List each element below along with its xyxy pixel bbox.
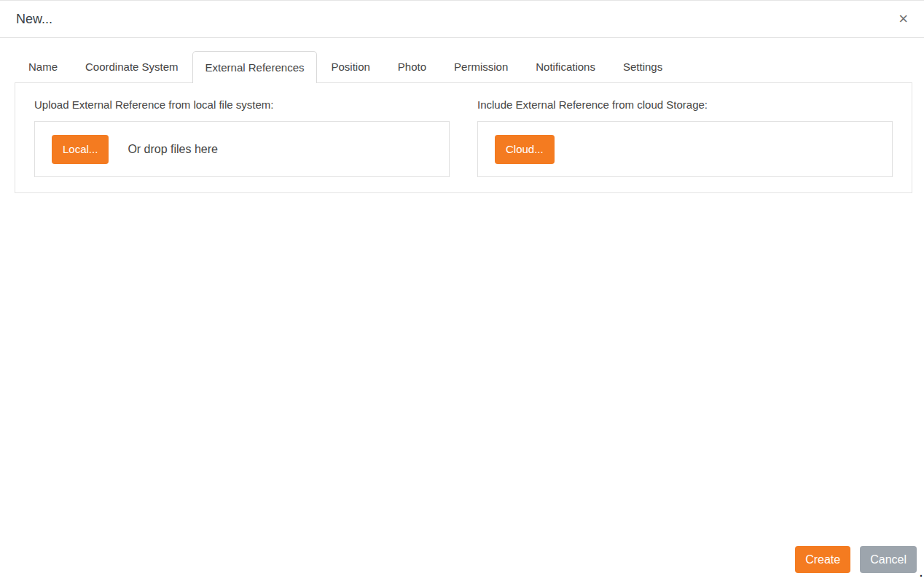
cloud-include-label: Include External Reference from cloud St… [477, 98, 893, 111]
cancel-button[interactable]: Cancel [860, 546, 917, 573]
tab-external-references[interactable]: External References [192, 51, 318, 83]
tab-bar: Name Coordinate System External Referenc… [15, 50, 912, 82]
local-upload-section: Upload External Reference from local fil… [15, 98, 463, 192]
artifact-dot: . [920, 568, 923, 578]
tab-photo[interactable]: Photo [384, 52, 440, 82]
external-references-panel: Upload External Reference from local fil… [15, 82, 912, 193]
dialog-title: New... [16, 12, 894, 27]
tab-settings[interactable]: Settings [609, 52, 676, 82]
close-icon[interactable]: × [894, 9, 912, 28]
cloud-box: Cloud... [477, 121, 893, 177]
tab-coordinate-system[interactable]: Coordinate System [71, 52, 192, 82]
tab-notifications[interactable]: Notifications [522, 52, 609, 82]
local-drop-zone[interactable]: Local... Or drop files here [34, 121, 450, 177]
tab-permission[interactable]: Permission [440, 52, 522, 82]
tab-name[interactable]: Name [15, 52, 71, 82]
cloud-button[interactable]: Cloud... [495, 135, 555, 164]
dialog-header: New... × [0, 1, 924, 38]
tab-position[interactable]: Position [317, 52, 383, 82]
local-button[interactable]: Local... [52, 135, 109, 164]
create-button[interactable]: Create [795, 546, 850, 573]
local-upload-label: Upload External Reference from local fil… [34, 98, 450, 111]
drop-files-hint: Or drop files here [128, 143, 218, 156]
cloud-include-section: Include External Reference from cloud St… [463, 98, 912, 192]
dialog-footer: Create Cancel [795, 546, 917, 573]
new-dialog: New... × Name Coordinate System External… [0, 0, 924, 581]
